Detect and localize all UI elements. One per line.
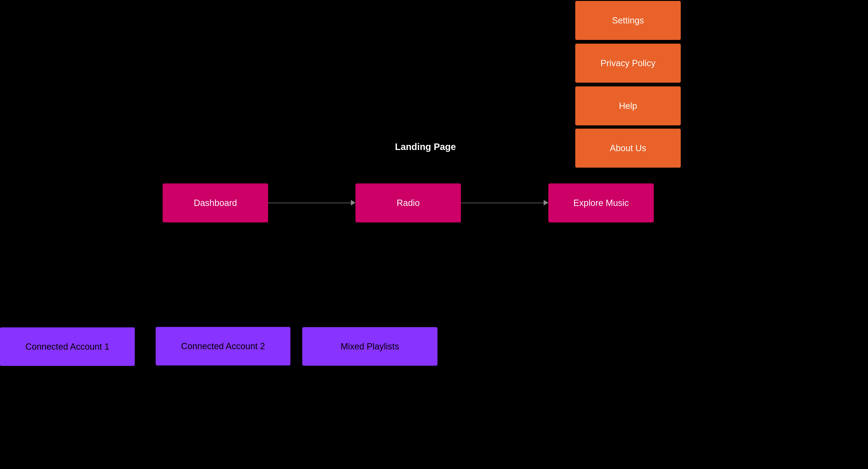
help-button[interactable]: Help [575,87,681,125]
privacy-policy-label: Privacy Policy [600,58,656,68]
mixed-playlists-button[interactable]: Mixed Playlists [302,327,437,366]
dashboard-label: Dashboard [194,198,237,208]
mixed-playlists-label: Mixed Playlists [341,341,399,351]
settings-button[interactable]: Settings [575,1,681,40]
help-label: Help [619,101,637,111]
dashboard-to-radio-arrow [268,203,351,203]
connected-account-2-label: Connected Account 2 [181,341,265,351]
explore-music-button[interactable]: Explore Music [548,183,654,223]
landing-page-label: Landing Page [395,142,456,152]
about-us-label: About Us [610,143,646,153]
settings-label: Settings [612,15,644,26]
radio-to-explore-arrowhead [544,200,548,205]
radio-button[interactable]: Radio [355,183,461,223]
radio-label: Radio [397,198,420,208]
connected-account-2-button[interactable]: Connected Account 2 [156,327,290,365]
radio-to-explore-arrow [461,203,544,203]
connected-account-1-label: Connected Account 1 [25,342,109,352]
connected-account-1-button[interactable]: Connected Account 1 [0,327,135,366]
explore-music-label: Explore Music [574,198,629,208]
about-us-button[interactable]: About Us [575,129,681,168]
dashboard-button[interactable]: Dashboard [163,183,268,223]
privacy-policy-button[interactable]: Privacy Policy [575,44,681,82]
dashboard-to-radio-arrowhead [351,200,355,205]
